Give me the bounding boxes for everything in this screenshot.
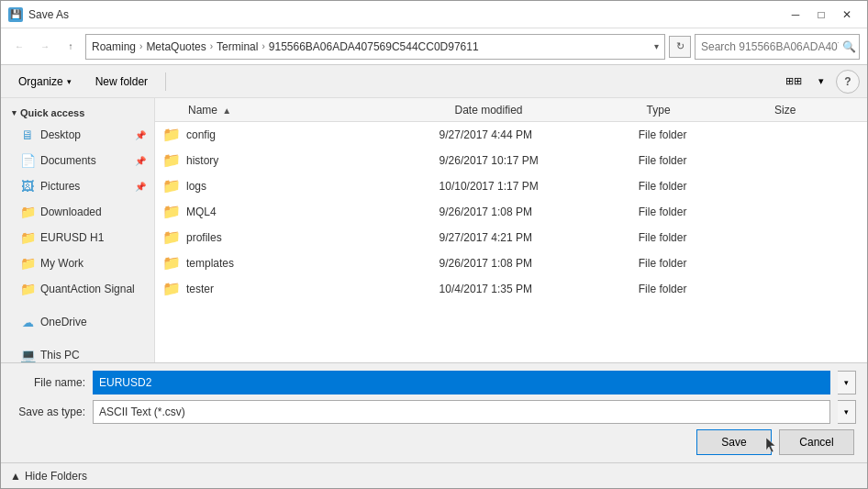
- sidebar-item-onedrive[interactable]: ☁ OneDrive: [1, 309, 154, 335]
- save-as-type-row: Save as type: ASCII Text (*.csv) ▾: [12, 400, 856, 424]
- folder-icon: 📁: [162, 177, 181, 194]
- save-type-dropdown-icon: ▾: [844, 407, 849, 417]
- title-bar-left: 💾 Save As: [8, 7, 69, 22]
- sidebar-downloaded-label: Downloaded: [40, 206, 146, 218]
- organize-button[interactable]: Organize ▾: [8, 70, 82, 94]
- this-pc-icon: 💻: [20, 348, 35, 362]
- path-part-metaquotes[interactable]: MetaQuotes: [146, 40, 206, 53]
- folder-icon: 📁: [162, 151, 181, 169]
- folder-icon: 📁: [162, 126, 181, 143]
- view-toggle-button[interactable]: ⊞⊞: [781, 70, 807, 94]
- sidebar-item-desktop[interactable]: 🖥 Desktop 📌: [1, 122, 154, 148]
- save-as-type-value: ASCII Text (*.csv): [99, 406, 824, 418]
- address-path[interactable]: Roaming › MetaQuotes › Terminal › 915566…: [85, 34, 665, 60]
- pictures-icon: 🖼: [20, 179, 35, 194]
- path-dropdown-button[interactable]: ▾: [654, 41, 659, 51]
- desktop-pin-icon: 📌: [135, 130, 146, 140]
- file-type: File folder: [639, 231, 772, 244]
- file-list-container[interactable]: Name ▲ Date modified Type Size 📁 config …: [155, 98, 867, 362]
- bottom-area: File name: ▾ Save as type: ASCII Text (*…: [1, 362, 867, 462]
- file-name-text: profiles: [186, 231, 222, 244]
- view-dropdown-icon: ▾: [818, 75, 824, 87]
- view-grid-icon: ⊞⊞: [785, 75, 802, 87]
- up-button[interactable]: ↑: [60, 36, 82, 58]
- eurusd-folder-icon: 📁: [20, 230, 35, 245]
- table-row[interactable]: 📁 templates 9/26/2017 1:08 PM File folde…: [155, 250, 867, 276]
- file-date: 9/27/2017 4:21 PM: [440, 231, 639, 244]
- file-name-row: File name: ▾: [12, 371, 856, 395]
- file-name-dropdown-button[interactable]: ▾: [838, 371, 856, 395]
- column-name-header[interactable]: Name ▲: [162, 104, 454, 117]
- new-folder-button[interactable]: New folder: [85, 70, 158, 94]
- table-row[interactable]: 📁 MQL4 9/26/2017 1:08 PM File folder: [155, 199, 867, 225]
- table-row[interactable]: 📁 profiles 9/27/2017 4:21 PM File folder: [155, 225, 867, 250]
- sidebar-item-this-pc[interactable]: 💻 This PC: [1, 342, 154, 362]
- svg-marker-0: [766, 438, 775, 452]
- main-content: ▾ Quick access 🖥 Desktop 📌 📄 Documents 📌…: [1, 98, 867, 362]
- sidebar-item-eurusd-h1[interactable]: 📁 EURUSD H1: [1, 225, 154, 250]
- save-button[interactable]: Save: [696, 429, 772, 455]
- file-name-text: MQL4: [186, 206, 217, 218]
- refresh-button[interactable]: ↻: [669, 36, 691, 58]
- back-button[interactable]: ←: [8, 36, 30, 58]
- minimize-button[interactable]: ─: [783, 2, 808, 28]
- documents-pin-icon: 📌: [135, 156, 146, 166]
- table-row[interactable]: 📁 logs 10/10/2017 1:17 PM File folder: [155, 173, 867, 199]
- file-type: File folder: [639, 180, 772, 193]
- save-type-dropdown-button[interactable]: ▾: [838, 400, 856, 424]
- save-as-type-select[interactable]: ASCII Text (*.csv): [93, 400, 830, 424]
- file-list-header: Name ▲ Date modified Type Size: [155, 98, 867, 122]
- search-box[interactable]: 🔍: [695, 34, 860, 60]
- organize-label: Organize: [18, 75, 63, 88]
- table-row[interactable]: 📁 tester 10/4/2017 1:35 PM File folder: [155, 276, 867, 302]
- folder-icon: 📁: [162, 280, 181, 297]
- table-row[interactable]: 📁 config 9/27/2017 4:44 PM File folder: [155, 122, 867, 148]
- path-part-id[interactable]: 915566BA06ADA407569C544CC0D97611: [269, 40, 479, 53]
- sidebar-section-quick-access[interactable]: ▾ Quick access: [1, 102, 154, 122]
- sidebar-item-quantaction[interactable]: 📁 QuantAction Signal: [1, 276, 154, 302]
- documents-icon: 📄: [20, 153, 35, 168]
- folder-icon: 📁: [162, 228, 181, 246]
- title-bar: 💾 Save As ─ □ ✕: [1, 1, 867, 28]
- file-date: 9/26/2017 10:17 PM: [440, 154, 639, 167]
- sidebar-item-pictures[interactable]: 🖼 Pictures 📌: [1, 173, 154, 199]
- path-part-terminal[interactable]: Terminal: [217, 40, 258, 53]
- title-bar-controls: ─ □ ✕: [783, 2, 860, 28]
- save-button-label: Save: [721, 436, 746, 449]
- search-input[interactable]: [701, 40, 839, 53]
- folder-icon: 📁: [162, 254, 181, 272]
- cancel-button[interactable]: Cancel: [779, 429, 854, 455]
- close-button[interactable]: ✕: [834, 2, 860, 28]
- hide-folders-button[interactable]: ▲ Hide Folders: [10, 470, 87, 483]
- file-name-input[interactable]: [93, 371, 830, 395]
- table-row[interactable]: 📁 history 9/26/2017 10:17 PM File folder: [155, 148, 867, 173]
- file-name-text: templates: [186, 257, 234, 270]
- dialog-title: Save As: [28, 8, 69, 21]
- save-as-type-label: Save as type:: [12, 406, 85, 418]
- help-button[interactable]: ?: [836, 70, 860, 94]
- sidebar-divider-1: [1, 302, 154, 309]
- path-part-roaming[interactable]: Roaming: [92, 40, 136, 53]
- file-date: 9/26/2017 1:08 PM: [440, 206, 639, 218]
- sidebar-item-downloaded[interactable]: 📁 Downloaded: [1, 199, 154, 225]
- sidebar-item-my-work[interactable]: 📁 My Work: [1, 250, 154, 276]
- sidebar: ▾ Quick access 🖥 Desktop 📌 📄 Documents 📌…: [1, 98, 155, 362]
- sidebar-my-work-label: My Work: [40, 257, 146, 270]
- maximize-button[interactable]: □: [808, 2, 834, 28]
- help-icon: ?: [844, 75, 851, 88]
- quick-access-collapse-icon: ▾: [12, 108, 17, 117]
- sidebar-item-documents[interactable]: 📄 Documents 📌: [1, 148, 154, 173]
- column-type-header[interactable]: Type: [647, 104, 774, 117]
- column-size-header[interactable]: Size: [774, 104, 860, 117]
- new-folder-label: New folder: [95, 75, 148, 88]
- forward-button[interactable]: →: [34, 36, 56, 58]
- sidebar-divider-2: [1, 335, 154, 342]
- view-dropdown-button[interactable]: ▾: [808, 70, 834, 94]
- sidebar-onedrive-label: OneDrive: [40, 316, 146, 328]
- sort-indicator: ▲: [222, 106, 231, 116]
- file-name-text: history: [186, 154, 218, 167]
- column-date-header[interactable]: Date modified: [454, 104, 646, 117]
- dialog-icon: 💾: [8, 7, 23, 22]
- quantaction-folder-icon: 📁: [20, 282, 35, 296]
- file-date: 10/4/2017 1:35 PM: [440, 283, 639, 295]
